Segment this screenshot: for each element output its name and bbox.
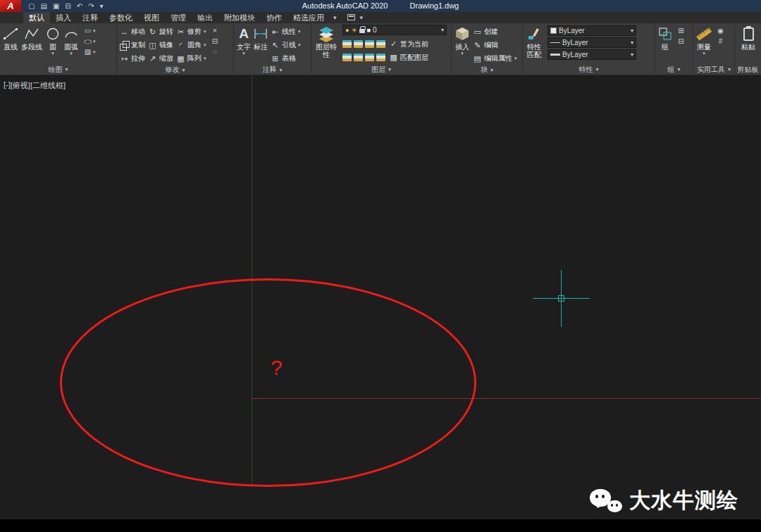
- tab-parametric[interactable]: 参数化: [104, 12, 138, 23]
- trim-dropdown-icon[interactable]: ▾: [204, 29, 206, 35]
- trim-button[interactable]: ✂修剪▾: [175, 25, 208, 38]
- layer-dropdown[interactable]: ● ☀ ■ 0 ▾: [342, 25, 447, 35]
- fillet-button[interactable]: ◜圆角▾: [175, 39, 208, 51]
- ribbon-display-toggle-icon[interactable]: [347, 14, 355, 20]
- mirror-button[interactable]: ◫镜像: [147, 39, 175, 51]
- line-button[interactable]: 直线: [1, 25, 20, 51]
- ungroup-button[interactable]: ⊟: [676, 37, 686, 45]
- tab-insert[interactable]: 插入: [50, 12, 77, 23]
- autocad-logo[interactable]: A: [0, 0, 21, 12]
- linear-dropdown-icon[interactable]: ▾: [298, 29, 301, 35]
- erase-button[interactable]: ×: [211, 27, 220, 35]
- paste-button[interactable]: 粘贴: [740, 25, 757, 51]
- edit-attributes-dropdown-icon[interactable]: ▾: [514, 56, 517, 61]
- tab-featured-apps[interactable]: 精选应用: [287, 12, 330, 23]
- qat-dropdown-icon[interactable]: ▾: [100, 0, 104, 12]
- circle-button[interactable]: 圆 ▾: [44, 25, 62, 56]
- stretch-button[interactable]: ↦拉伸: [118, 52, 147, 65]
- arc-button[interactable]: 圆弧 ▾: [62, 25, 80, 56]
- layer-off-icon[interactable]: [376, 40, 385, 48]
- leader-dropdown-icon[interactable]: ▾: [298, 42, 301, 48]
- panel-label-properties[interactable]: 特性▾: [523, 64, 655, 75]
- array-dropdown-icon[interactable]: ▾: [204, 56, 206, 61]
- layer-unlock-icon[interactable]: [342, 54, 352, 61]
- measure-dropdown-icon[interactable]: ▾: [703, 51, 705, 56]
- array-button[interactable]: ▦阵列▾: [175, 52, 208, 65]
- edit-attributes-button[interactable]: ▤编辑属性▾: [471, 52, 519, 65]
- match-layer-button[interactable]: ▩匹配图层: [388, 51, 430, 64]
- circle-dropdown-icon[interactable]: ▾: [51, 51, 54, 56]
- explode-button[interactable]: ⊟: [211, 37, 220, 45]
- panel-label-layers[interactable]: 图层▾: [311, 64, 451, 75]
- insert-block-button[interactable]: 插入 ▾: [453, 25, 471, 56]
- panel-label-modify[interactable]: 修改▾: [117, 65, 233, 75]
- tab-collaborate[interactable]: 协作: [261, 12, 287, 23]
- layer-properties-button[interactable]: 图层特性: [313, 25, 340, 58]
- table-button[interactable]: ⊞表格: [269, 52, 302, 65]
- panel-label-clipboard[interactable]: 剪贴板: [735, 64, 761, 75]
- drawing-canvas[interactable]: [-] [俯视] [二维线框] ? 大水牛测绘: [0, 75, 761, 519]
- lineweight-dropdown[interactable]: ByLayer ▾: [547, 49, 636, 60]
- layer-thaw-icon[interactable]: ☀: [351, 26, 357, 35]
- panel-label-annotation[interactable]: 注释▾: [234, 65, 311, 75]
- tab-annotate[interactable]: 注释: [77, 12, 104, 23]
- create-block-button[interactable]: ▭创建: [471, 25, 519, 38]
- move-button[interactable]: ↔移动: [118, 25, 147, 38]
- plot-icon[interactable]: ⊟: [65, 0, 70, 12]
- layer-lock-icon[interactable]: [359, 29, 365, 33]
- group-edit-button[interactable]: ⊞: [676, 27, 686, 35]
- viewport-controls-button[interactable]: [-]: [4, 80, 11, 91]
- hatch-tool-button[interactable]: ▨▾: [83, 48, 96, 56]
- layer-dropdown-arrow-icon[interactable]: ▾: [441, 27, 444, 33]
- text-button[interactable]: A 文字 ▾: [235, 25, 252, 56]
- arc-dropdown-icon[interactable]: ▾: [70, 51, 73, 56]
- tab-addins[interactable]: 附加模块: [218, 12, 261, 23]
- layer-walk-icon[interactable]: [376, 54, 385, 61]
- tab-view[interactable]: 视图: [138, 12, 165, 23]
- panel-label-groups[interactable]: 组▾: [655, 64, 693, 75]
- rotate-button[interactable]: ↻旋转: [147, 25, 175, 38]
- dimension-button[interactable]: 标注: [252, 25, 269, 51]
- tab-overflow-arrow-icon[interactable]: ▾: [330, 12, 340, 23]
- tab-home[interactable]: 默认: [23, 12, 50, 23]
- leader-button[interactable]: ↖引线▾: [269, 39, 302, 51]
- id-point-button[interactable]: ◉: [716, 27, 725, 35]
- layer-freeze-icon[interactable]: [365, 40, 374, 48]
- text-dropdown-icon[interactable]: ▾: [242, 51, 245, 56]
- scale-button[interactable]: ↗缩放: [147, 52, 175, 65]
- ribbon-display-arrow-icon[interactable]: ▾: [357, 12, 367, 23]
- polyline-button[interactable]: 多段线: [20, 25, 44, 51]
- tab-manage[interactable]: 管理: [165, 12, 192, 23]
- ellipse-tool-button[interactable]: ◯▾: [83, 37, 96, 45]
- fillet-dropdown-icon[interactable]: ▾: [204, 42, 206, 48]
- linear-dimension-button[interactable]: ⇤线性▾: [269, 25, 302, 38]
- panel-label-utilities[interactable]: 实用工具▾: [693, 64, 734, 75]
- open-file-icon[interactable]: ▤: [40, 0, 47, 12]
- match-properties-button[interactable]: 特性匹配: [524, 25, 544, 58]
- undo-icon[interactable]: ↶: [77, 0, 82, 12]
- edit-block-button[interactable]: ✎编辑: [471, 39, 519, 51]
- viewport-style-button[interactable]: [二维线框]: [30, 80, 66, 91]
- new-file-icon[interactable]: ▢: [28, 0, 35, 12]
- linetype-dropdown[interactable]: ByLayer ▾: [547, 37, 636, 48]
- layer-isolate-icon[interactable]: [354, 40, 363, 48]
- redo-icon[interactable]: ↷: [88, 0, 94, 12]
- layer-color-swatch[interactable]: ■: [367, 26, 371, 35]
- object-color-dropdown[interactable]: ByLayer ▾: [547, 25, 636, 36]
- panel-label-draw[interactable]: 绘图▾: [0, 64, 116, 75]
- insert-dropdown-icon[interactable]: ▾: [461, 51, 464, 56]
- viewport-view-button[interactable]: [俯视]: [11, 80, 30, 91]
- count-button[interactable]: #: [716, 37, 725, 45]
- rectangle-tool-button[interactable]: ▭▾: [83, 27, 96, 35]
- layer-on-icon[interactable]: ●: [345, 26, 349, 35]
- save-file-icon[interactable]: ▣: [53, 0, 59, 12]
- copy-button[interactable]: 复制: [118, 39, 147, 51]
- tab-output[interactable]: 输出: [192, 12, 218, 23]
- panel-label-block[interactable]: 块▾: [452, 65, 522, 75]
- layer-on-all-icon[interactable]: [365, 54, 374, 61]
- group-button[interactable]: 组: [657, 25, 674, 51]
- question-mark[interactable]: ?: [271, 357, 283, 379]
- layer-thaw-all-icon[interactable]: [354, 54, 363, 61]
- ellipse-entity[interactable]: [60, 278, 476, 487]
- layer-state-icon[interactable]: [342, 40, 352, 48]
